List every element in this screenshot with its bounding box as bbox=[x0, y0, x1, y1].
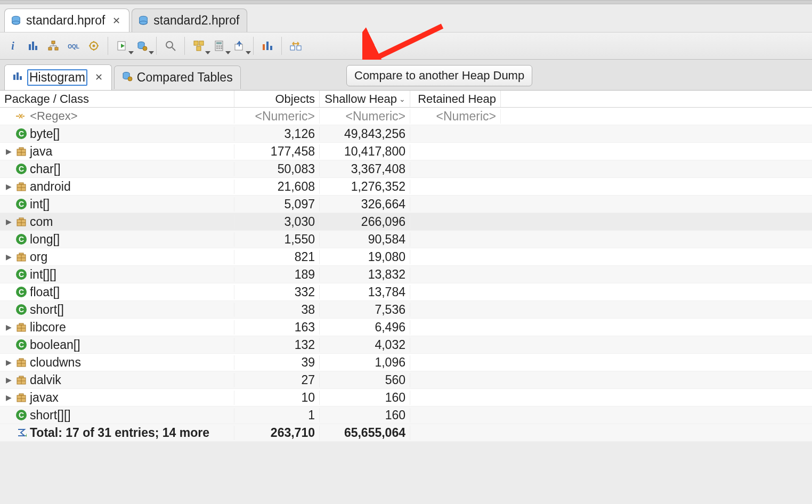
tab-histogram[interactable]: Histogram ✕ bbox=[4, 64, 112, 90]
svg-rect-47 bbox=[19, 183, 23, 184]
histogram-table: Package / Class Objects Shallow Heap⌄ Re… bbox=[0, 91, 812, 442]
row-name: org bbox=[30, 250, 47, 264]
row-name: boolean[] bbox=[30, 338, 80, 352]
svg-point-18 bbox=[166, 42, 173, 48]
toolbar-separator bbox=[253, 37, 254, 55]
expand-toggle-icon[interactable]: ▶ bbox=[4, 358, 13, 367]
expand-toggle-icon[interactable]: ▶ bbox=[4, 393, 13, 402]
total-row: ▶ + Total: 17 of 31 entries; 14 more 263… bbox=[0, 424, 812, 442]
svg-rect-9 bbox=[48, 47, 52, 50]
histogram-icon[interactable] bbox=[25, 37, 42, 54]
export-icon[interactable] bbox=[231, 37, 248, 54]
cell-objects: 189 bbox=[234, 267, 320, 282]
cell-objects: 163 bbox=[234, 320, 320, 335]
expand-toggle-icon[interactable]: ▶ bbox=[4, 376, 13, 384]
svg-rect-27 bbox=[221, 45, 222, 47]
column-header-retained-heap[interactable]: Retained Heap bbox=[410, 91, 501, 107]
table-row[interactable]: ▶android21,6081,276,352 bbox=[0, 178, 812, 196]
group-icon[interactable] bbox=[190, 37, 207, 54]
row-name: dalvik bbox=[30, 373, 61, 387]
compare-heap-dump-icon[interactable] bbox=[287, 37, 304, 54]
row-name: short[] bbox=[30, 303, 64, 317]
svg-point-43 bbox=[128, 77, 132, 81]
row-name: char[] bbox=[30, 162, 61, 176]
row-name: android bbox=[30, 180, 71, 194]
expand-toggle-icon[interactable]: ▶ bbox=[4, 217, 13, 226]
table-row[interactable]: ▶Cshort[][]1160 bbox=[0, 407, 812, 424]
cell-shallow: 3,367,408 bbox=[320, 162, 410, 176]
tab-label: Histogram bbox=[27, 69, 87, 86]
svg-rect-41 bbox=[20, 76, 22, 80]
expand-toggle-icon[interactable]: ▶ bbox=[4, 147, 13, 156]
calculator-icon[interactable] bbox=[210, 37, 228, 54]
overview-icon[interactable]: i bbox=[4, 37, 21, 54]
cell-shallow: 13,784 bbox=[320, 285, 410, 299]
table-row[interactable]: ▶Cbyte[]3,12649,843,256 bbox=[0, 125, 812, 143]
file-tab-standard-hprof[interactable]: standard.hprof ✕ bbox=[4, 9, 129, 32]
svg-rect-51 bbox=[19, 253, 23, 255]
svg-rect-40 bbox=[17, 72, 19, 80]
class-icon: C bbox=[16, 304, 27, 315]
expand-toggle-icon[interactable]: ▶ bbox=[4, 182, 13, 191]
compare-heap-dump-button[interactable]: Compare to another Heap Dump bbox=[346, 65, 532, 86]
table-row[interactable]: ▶java177,45810,417,800 bbox=[0, 143, 812, 160]
total-label: Total: 17 of 31 entries; 14 more bbox=[30, 426, 209, 440]
file-tab-standard2-hprof[interactable]: standard2.hprof bbox=[132, 9, 247, 32]
row-name: com bbox=[30, 215, 53, 229]
package-icon bbox=[16, 181, 27, 192]
table-row[interactable]: ▶Cfloat[]33213,784 bbox=[0, 283, 812, 301]
compare-basket-icon[interactable] bbox=[259, 37, 276, 54]
package-icon bbox=[16, 146, 27, 157]
cell-shallow: 160 bbox=[320, 408, 410, 422]
cell-shallow: 6,496 bbox=[320, 320, 410, 335]
table-row[interactable]: ▶Cint[]5,097326,664 bbox=[0, 196, 812, 213]
table-row[interactable]: ▶dalvik27560 bbox=[0, 371, 812, 389]
table-row[interactable]: ▶Cchar[]50,0833,367,408 bbox=[0, 160, 812, 178]
cell-shallow: 13,832 bbox=[320, 267, 410, 282]
numeric-filter-placeholder[interactable]: <Numeric> bbox=[436, 109, 496, 124]
column-header-package-class[interactable]: Package / Class bbox=[0, 91, 234, 107]
numeric-filter-placeholder[interactable]: <Numeric> bbox=[346, 109, 405, 124]
tab-compared-tables[interactable]: Compared Tables bbox=[114, 66, 241, 89]
window-top-strip bbox=[0, 0, 812, 4]
dropdown-arrow-icon bbox=[205, 51, 210, 54]
cell-objects: 177,458 bbox=[234, 144, 320, 159]
column-header-objects[interactable]: Objects bbox=[234, 91, 320, 107]
table-row[interactable]: ▶Cshort[]387,536 bbox=[0, 301, 812, 319]
svg-rect-25 bbox=[216, 45, 218, 47]
svg-rect-33 bbox=[266, 42, 269, 50]
table-row[interactable]: ▶libcore1636,496 bbox=[0, 319, 812, 336]
table-row[interactable]: ▶Cint[][]18913,832 bbox=[0, 266, 812, 283]
cell-shallow: 326,664 bbox=[320, 197, 410, 212]
svg-rect-59 bbox=[19, 394, 23, 395]
tab-label: Compared Tables bbox=[137, 70, 233, 85]
class-icon: C bbox=[16, 164, 27, 174]
cell-shallow: 4,032 bbox=[320, 338, 410, 352]
close-icon[interactable]: ✕ bbox=[94, 71, 104, 83]
table-row[interactable]: ▶cloudwns391,096 bbox=[0, 354, 812, 371]
expand-toggle-icon[interactable]: ▶ bbox=[4, 323, 13, 331]
column-header-shallow-heap[interactable]: Shallow Heap⌄ bbox=[320, 91, 410, 107]
oql-icon[interactable]: OQL bbox=[65, 37, 82, 54]
close-icon[interactable]: ✕ bbox=[111, 15, 121, 27]
class-icon: C bbox=[16, 199, 27, 209]
regex-filter-input[interactable] bbox=[29, 109, 230, 124]
query-browser-icon[interactable] bbox=[134, 37, 151, 54]
table-row[interactable]: ▶Cboolean[]1324,032 bbox=[0, 336, 812, 354]
cell-shallow: 266,096 bbox=[320, 215, 410, 229]
table-row[interactable]: ▶com3,030266,096 bbox=[0, 213, 812, 231]
table-row[interactable]: ▶org82119,080 bbox=[0, 248, 812, 266]
dominator-tree-icon[interactable] bbox=[45, 37, 62, 54]
numeric-filter-placeholder[interactable]: <Numeric> bbox=[255, 109, 315, 124]
histogram-icon bbox=[12, 70, 23, 85]
file-tab-label: standard2.hprof bbox=[153, 13, 239, 28]
expand-toggle-icon[interactable]: ▶ bbox=[4, 253, 13, 261]
sort-desc-icon: ⌄ bbox=[399, 95, 405, 103]
class-icon: C bbox=[16, 234, 27, 245]
table-row[interactable]: ▶Clong[]1,55090,584 bbox=[0, 231, 812, 248]
cell-shallow: 19,080 bbox=[320, 250, 410, 264]
run-report-icon[interactable] bbox=[113, 37, 131, 54]
search-icon[interactable] bbox=[162, 37, 179, 54]
thread-overview-icon[interactable] bbox=[85, 37, 102, 54]
table-row[interactable]: ▶javax10160 bbox=[0, 389, 812, 407]
